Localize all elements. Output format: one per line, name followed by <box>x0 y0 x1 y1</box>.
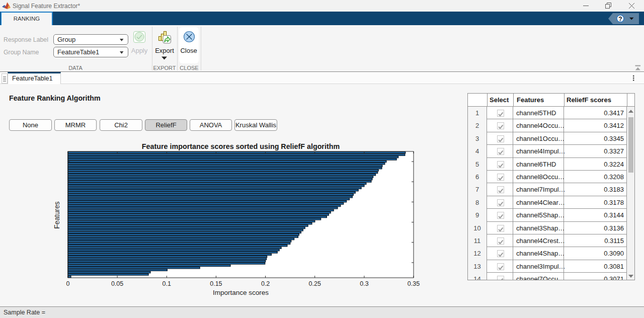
svg-text:Importance scores: Importance scores <box>213 289 269 296</box>
svg-text:Features: Features <box>53 201 61 229</box>
svg-text:0.05: 0.05 <box>111 280 123 287</box>
svg-text:0.3: 0.3 <box>360 280 368 287</box>
svg-text:0.15: 0.15 <box>210 280 222 287</box>
svg-text:0.35: 0.35 <box>408 280 420 287</box>
svg-text:0.25: 0.25 <box>309 280 321 287</box>
svg-text:0.1: 0.1 <box>163 280 171 287</box>
svg-text:Feature importance scores sort: Feature importance scores sorted using R… <box>142 142 340 150</box>
svg-text:0.2: 0.2 <box>261 280 270 287</box>
svg-text:0: 0 <box>66 280 70 287</box>
svg-text:?: ? <box>618 16 622 23</box>
